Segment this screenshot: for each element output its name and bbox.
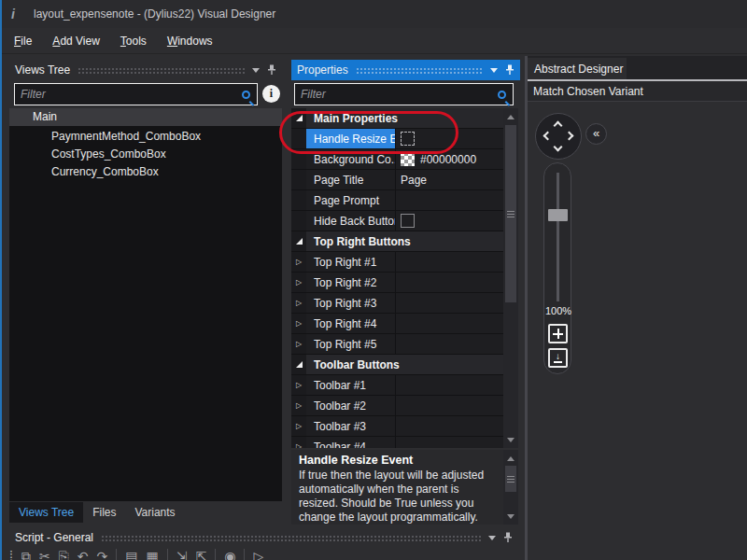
pin-icon[interactable]	[503, 532, 513, 543]
toolbar-separator	[215, 549, 216, 560]
collapse-expanded-icon[interactable]	[296, 115, 303, 121]
property-group[interactable]: ▷ Top Right #4	[291, 314, 518, 334]
tree-item[interactable]: Currency_ComboBox	[9, 163, 282, 181]
variant-selector[interactable]: Match Chosen Variant	[528, 81, 747, 102]
expand-collapsed-icon[interactable]: ▷	[296, 320, 302, 328]
tree-item[interactable]: CostTypes_ComboBox	[9, 146, 282, 163]
property-category[interactable]: Main Properties	[291, 108, 518, 129]
header-texture	[356, 67, 483, 76]
properties-filter-input[interactable]	[295, 88, 490, 101]
expand-collapsed-icon[interactable]: ▷	[296, 423, 302, 430]
arrow-down-icon[interactable]	[554, 143, 563, 152]
import-icon[interactable]: ⇲	[176, 549, 188, 560]
undo-icon[interactable]: ↶	[78, 549, 89, 560]
property-row-hide-back-button[interactable]: Hide Back Button	[291, 211, 518, 231]
run-icon[interactable]: ▷	[253, 549, 263, 560]
property-category[interactable]: Top Right Buttons	[291, 231, 518, 252]
pin-icon[interactable]	[267, 64, 276, 76]
scrollbar-thumb[interactable]	[505, 466, 516, 492]
property-group[interactable]: ▷ Top Right #3	[291, 293, 518, 314]
tab-abstract-designer[interactable]: Abstract Designer	[528, 58, 627, 79]
scrollbar-thumb[interactable]	[505, 125, 516, 302]
arrow-right-icon[interactable]	[565, 132, 574, 141]
expand-collapsed-icon[interactable]: ▷	[296, 443, 302, 449]
checkbox[interactable]	[401, 214, 415, 228]
expand-collapsed-icon[interactable]: ▷	[296, 300, 302, 307]
property-group[interactable]: ▷ Top Right #1	[291, 252, 518, 273]
expand-collapsed-icon[interactable]: ▷	[296, 402, 302, 410]
drag-handle[interactable]: ⁞	[9, 549, 13, 560]
description-scrollbar[interactable]	[503, 450, 518, 525]
script-header: Script - General	[9, 527, 518, 548]
script-view-icon[interactable]: ▤	[125, 549, 137, 560]
panel-menu-icon[interactable]	[488, 536, 496, 540]
property-category[interactable]: Toolbar Buttons	[291, 355, 518, 375]
checkbox-focused[interactable]	[401, 132, 415, 146]
property-label: Page Prompt	[306, 190, 395, 210]
properties-scrollbar[interactable]	[503, 108, 518, 448]
title-bar: i layout_expensenote - (Dylius22) Visual…	[2, 0, 747, 28]
tree-item-main[interactable]: Main	[9, 108, 282, 126]
property-group[interactable]: ▷ Toolbar #1	[291, 375, 518, 396]
property-row-background-color[interactable]: Background Co... #00000000	[291, 149, 518, 170]
property-group[interactable]: ▷ Toolbar #2	[291, 396, 518, 416]
arrow-up-icon[interactable]	[554, 121, 563, 131]
tab-views-tree[interactable]: Views Tree	[9, 502, 83, 523]
property-group[interactable]: ▷ Top Right #5	[291, 334, 518, 355]
collapse-expanded-icon[interactable]	[296, 238, 303, 245]
panel-menu-icon[interactable]	[252, 68, 260, 73]
zoom-slider-track[interactable]	[557, 173, 559, 301]
property-group[interactable]: ▷ Top Right #2	[291, 273, 518, 293]
arrow-left-icon[interactable]	[543, 132, 553, 141]
color-swatch[interactable]	[401, 152, 415, 166]
category-label: Top Right Buttons	[306, 231, 411, 251]
tree-item[interactable]: PaymnentMethod_ComboBox	[9, 128, 282, 146]
group-label: Toolbar #3	[306, 416, 395, 436]
scroll-down-icon[interactable]	[503, 510, 518, 523]
header-texture	[78, 67, 245, 76]
group-label: Toolbar #4	[306, 437, 395, 448]
pin-icon[interactable]	[505, 64, 514, 76]
move-fit-icon	[553, 329, 563, 339]
paste-icon[interactable]: ⎘	[59, 549, 69, 560]
property-label: Background Co...	[306, 149, 395, 169]
designer-view-icon[interactable]: ▦	[147, 549, 159, 560]
record-icon[interactable]: ◉	[224, 549, 235, 560]
search-button[interactable]	[490, 84, 513, 105]
collapse-expanded-icon[interactable]	[296, 361, 303, 368]
collapse-panel-button[interactable]: «	[585, 123, 607, 145]
expand-collapsed-icon[interactable]: ▷	[296, 382, 302, 389]
property-group[interactable]: ▷ Toolbar #4	[291, 437, 518, 448]
scroll-down-icon[interactable]	[503, 433, 518, 446]
window-title: layout_expensenote - (Dylius22) Visual D…	[34, 7, 275, 21]
property-group[interactable]: ▷ Toolbar #3	[291, 416, 518, 437]
info-icon[interactable]: i	[262, 85, 280, 103]
menu-windows[interactable]: Windows	[159, 31, 221, 51]
copy-icon[interactable]: ⧉	[21, 549, 31, 560]
fit-view-button[interactable]	[548, 324, 568, 343]
menu-add-view[interactable]: Add View	[44, 31, 108, 51]
expand-collapsed-icon[interactable]: ▷	[296, 259, 302, 266]
views-filter-input[interactable]	[15, 88, 234, 101]
redo-icon[interactable]: ↷	[97, 549, 108, 560]
property-row-page-prompt[interactable]: Page Prompt	[291, 190, 518, 211]
cut-icon[interactable]: ✂	[39, 549, 50, 560]
pan-control[interactable]	[535, 113, 582, 160]
tab-variants[interactable]: Variants	[125, 502, 184, 523]
search-button[interactable]	[234, 84, 257, 105]
menu-file[interactable]: File	[6, 31, 40, 51]
scroll-up-icon[interactable]	[503, 110, 518, 123]
scroll-up-icon[interactable]	[503, 452, 518, 465]
panel-menu-icon[interactable]	[490, 68, 498, 73]
property-row-handle-resize[interactable]: Handle Resize E...	[291, 129, 518, 149]
tab-files[interactable]: Files	[83, 502, 125, 523]
property-row-page-title[interactable]: Page Title Page	[291, 170, 518, 190]
zoom-slider-thumb[interactable]	[548, 209, 568, 221]
download-icon: ↓	[556, 353, 560, 360]
expand-collapsed-icon[interactable]: ▷	[296, 341, 302, 348]
property-value[interactable]: Page	[401, 174, 427, 187]
load-layout-button[interactable]: ↓	[548, 348, 568, 368]
expand-collapsed-icon[interactable]: ▷	[296, 279, 302, 287]
export-icon[interactable]: ⇱	[196, 549, 207, 560]
menu-tools[interactable]: Tools	[112, 31, 155, 51]
